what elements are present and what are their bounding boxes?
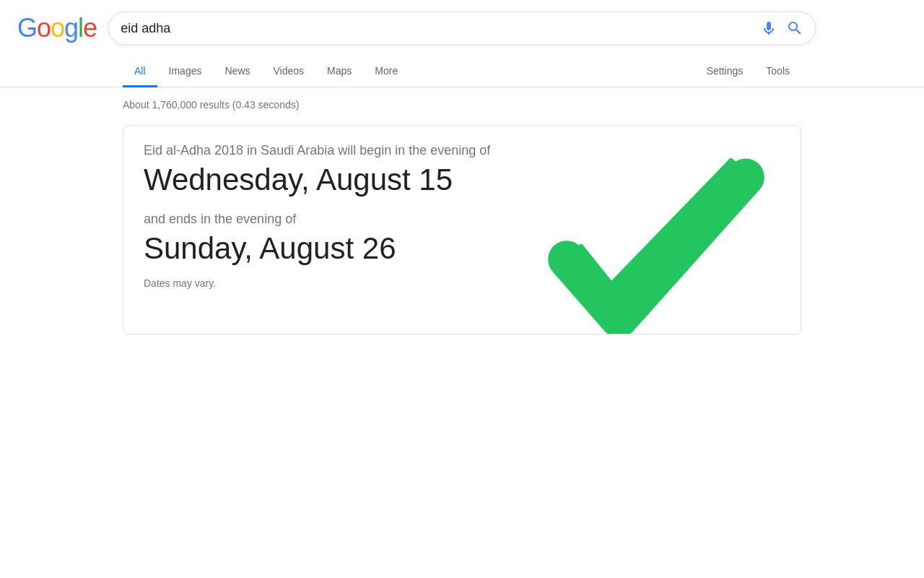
header: Google eid adha bbox=[0, 0, 924, 56]
search-icon[interactable] bbox=[786, 20, 803, 37]
logo-letter-o1: o bbox=[37, 13, 51, 43]
search-input[interactable]: eid adha bbox=[121, 21, 751, 36]
nav-item-maps[interactable]: Maps bbox=[315, 56, 363, 87]
nav-item-images[interactable]: Images bbox=[157, 56, 214, 87]
end-text: and ends in the evening of bbox=[144, 212, 635, 227]
nav-item-tools[interactable]: Tools bbox=[754, 56, 801, 87]
search-bar: eid adha bbox=[108, 12, 816, 45]
end-date: Sunday, August 26 bbox=[144, 231, 635, 266]
featured-box: Eid al-Adha 2018 in Saudi Arabia will be… bbox=[123, 125, 801, 335]
logo-letter-g2: g bbox=[64, 13, 78, 43]
nav-item-more[interactable]: More bbox=[363, 56, 409, 87]
dates-vary: Dates may vary. bbox=[144, 277, 635, 289]
google-logo[interactable]: Google bbox=[17, 13, 97, 43]
logo-letter-e: e bbox=[83, 13, 97, 43]
logo-letter-o2: o bbox=[51, 13, 64, 43]
main-content: About 1,760,000 results (0.43 seconds) E… bbox=[0, 87, 924, 346]
navigation-bar: All Images News Videos Maps More Setting… bbox=[0, 56, 924, 87]
search-icons bbox=[760, 20, 803, 37]
nav-item-settings[interactable]: Settings bbox=[695, 56, 755, 87]
begin-text: Eid al-Adha 2018 in Saudi Arabia will be… bbox=[144, 143, 635, 158]
start-date: Wednesday, August 15 bbox=[144, 163, 635, 197]
results-count: About 1,760,000 results (0.43 seconds) bbox=[123, 99, 801, 111]
nav-item-news[interactable]: News bbox=[213, 56, 261, 87]
nav-item-all[interactable]: All bbox=[123, 56, 157, 87]
nav-item-videos[interactable]: Videos bbox=[262, 56, 316, 87]
nav-right: Settings Tools bbox=[695, 56, 801, 87]
nav-left: All Images News Videos Maps More bbox=[123, 56, 409, 87]
microphone-icon[interactable] bbox=[760, 20, 777, 37]
featured-text: Eid al-Adha 2018 in Saudi Arabia will be… bbox=[144, 143, 635, 289]
logo-letter-g: G bbox=[17, 13, 37, 43]
